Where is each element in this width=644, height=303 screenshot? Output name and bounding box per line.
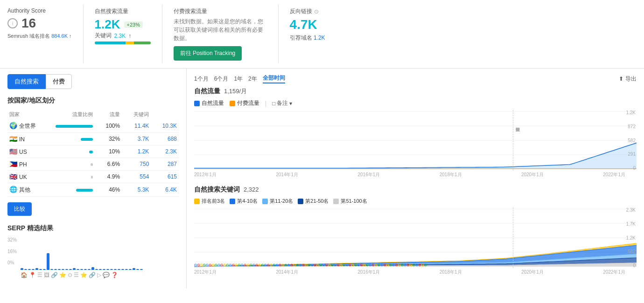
serp-bar — [91, 267, 94, 270]
serp-icon: ⭐ — [59, 272, 66, 278]
serp-bar — [114, 269, 117, 270]
export-button[interactable]: ⬆ 导出 — [619, 75, 637, 83]
serp-bar — [35, 268, 38, 270]
serp-bar — [118, 269, 120, 270]
col-traffic: 流量 — [95, 110, 122, 119]
time-filter-button[interactable]: 1年 — [234, 74, 243, 83]
serp-bar — [103, 269, 105, 270]
kw-legend-item[interactable]: 第11-20名 — [262, 198, 293, 205]
serp-bar — [80, 269, 83, 270]
serp-bar — [21, 268, 23, 270]
table-row[interactable]: 🇺🇸US 10% 1.2K 2.3K — [7, 145, 179, 158]
serp-bar — [121, 269, 124, 270]
traffic-bar — [56, 125, 93, 128]
serp-icon: 💬 — [103, 272, 110, 278]
organic-flow-chart-container: 1.2K 872 582 291 0 数据快速增长 — [194, 110, 637, 171]
kw-legend-dot — [262, 199, 268, 204]
left-panel: 自然搜索 付费 按国家/地区划分 国家 流量比例 流量 关键词 🌍全世界 100… — [0, 69, 187, 289]
traffic-bar — [89, 151, 93, 153]
bar-green — [134, 41, 151, 44]
table-row[interactable]: 🇮🇳IN 32% 3.7K 688 — [7, 133, 179, 145]
table-row[interactable]: 🌍全世界 100% 11.4K 10.3K — [7, 119, 179, 133]
keywords-x-labels: 2012年1月2014年1月2016年1月2018年1月2020年1月2022年… — [194, 269, 625, 275]
tab-paid[interactable]: 付费 — [46, 74, 72, 89]
serp-bars — [21, 242, 143, 270]
serp-bar — [84, 269, 87, 270]
time-filter-buttons: 1个月6个月1年2年全部时间 — [194, 74, 285, 83]
tab-organic[interactable]: 自然搜索 — [7, 74, 46, 89]
table-row[interactable]: 🇵🇭PH 6.6% 750 287 — [7, 158, 179, 171]
organic-traffic-badge: +23% — [124, 21, 143, 28]
backlink-info-icon[interactable]: ⊙ — [314, 8, 319, 15]
backlink-block: 反向链接 ⊙ 4.7K 引荐域名 1.2K — [290, 5, 364, 63]
organic-flow-chart-svg — [194, 110, 637, 171]
serp-bar — [129, 269, 132, 270]
legend-dot-organic — [194, 101, 200, 106]
position-tracking-button[interactable]: 前往 Position Tracking — [174, 46, 242, 61]
country-table: 国家 流量比例 流量 关键词 🌍全世界 100% 11.4K 10.3K 🇮🇳I… — [7, 110, 179, 197]
paid-traffic-label: 付费搜索流量 — [174, 7, 267, 15]
organic-y-labels: 1.2K 872 582 291 0 — [626, 110, 637, 171]
kw-legend-item[interactable]: 排名前3名 — [194, 198, 225, 205]
paid-traffic-block: 付费搜索流量 未找到数据。如果这是您的域名，您可以获取关键词排名相关的所有必要数… — [174, 5, 279, 63]
serp-icon: ⭐ — [80, 272, 87, 278]
traffic-bar-strip — [95, 41, 151, 44]
authority-score-label: Authority Score — [7, 7, 72, 14]
kw-legend-item[interactable]: 第4-10名 — [230, 198, 258, 205]
organic-traffic-label: 自然搜索流量 — [95, 7, 151, 15]
serp-bar — [88, 269, 91, 270]
legend-paid: 付费流量 — [230, 99, 259, 107]
time-filter-button[interactable]: 6个月 — [214, 74, 229, 83]
serp-bar — [65, 269, 68, 270]
serp-bar — [47, 253, 49, 270]
table-row[interactable]: 🇬🇧UK 4.9% 554 615 — [7, 171, 179, 183]
google-logo-row: GGGGGGGGGGGGGGGGGGGGGGGGGGGGGGGGGGGGGGGG… — [194, 262, 625, 268]
time-filter-button[interactable]: 2年 — [248, 74, 257, 83]
serp-title: SERP 精选结果 — [7, 224, 179, 233]
serp-bar — [69, 269, 72, 270]
country-section-title: 按国家/地区划分 — [7, 96, 179, 105]
keywords-chart-svg — [194, 207, 637, 268]
kw-legend-dot — [194, 199, 200, 204]
chart-dashed-line — [513, 110, 513, 171]
compare-button[interactable]: 比较 — [7, 202, 32, 216]
table-row[interactable]: 🌐其他 46% 5.3K 6.4K — [7, 183, 179, 197]
semrush-rank-link[interactable]: 884.6K — [51, 33, 68, 39]
kw-legend-dot — [230, 199, 235, 204]
serp-icon: ⊙ — [68, 272, 72, 278]
notes-button[interactable]: □ 备注 ▾ — [272, 99, 292, 107]
serp-icon: 🔗 — [51, 272, 58, 278]
serp-bar — [32, 269, 35, 270]
organic-traffic-block: 自然搜索流量 1.2K +23% 关键词 2.3K ↑ — [95, 5, 162, 63]
time-filter-row: 1个月6个月1年2年全部时间 ⬆ 导出 — [194, 74, 637, 83]
organic-flow-chart-section: 自然流量 1,159/月 自然流量 付费流量 | □ 备注 ▾ — [194, 87, 637, 178]
serp-icon: ❓ — [111, 272, 118, 278]
time-filter-button[interactable]: 全部时间 — [263, 74, 285, 83]
keywords-row: 关键词 2.3K ↑ — [95, 32, 151, 40]
serp-bar — [110, 269, 113, 270]
time-filter-button[interactable]: 1个月 — [194, 74, 209, 83]
referring-row: 引荐域名 1.2K — [290, 34, 353, 42]
serp-bar — [95, 269, 98, 270]
kw-legend-item[interactable]: 第21-50名 — [298, 198, 329, 205]
serp-icon: ☰ — [37, 272, 42, 278]
bar-yellow — [126, 41, 134, 44]
serp-bar — [125, 269, 128, 270]
serp-bar — [58, 269, 61, 270]
serp-icon: 🏠 — [21, 272, 28, 278]
serp-bar — [77, 269, 79, 270]
serp-icon: 🖼 — [44, 272, 49, 278]
serp-bar — [136, 269, 139, 270]
kw-legend-item[interactable]: 第51-100名 — [333, 198, 367, 205]
keywords-chart-subtitle: 2,322 — [244, 186, 259, 193]
serp-bar — [73, 268, 76, 270]
paid-no-data-text: 未找到数据。如果这是您的域名，您可以获取关键词排名相关的所有必要数据。 — [174, 17, 267, 42]
serp-bar — [24, 269, 27, 270]
legend-dot-paid — [230, 101, 235, 106]
serp-bar — [43, 269, 46, 270]
referring-domains-link[interactable]: 1.2K — [314, 34, 325, 41]
organic-x-labels: 2012年1月2014年1月2016年1月2018年1月2020年1月2022年… — [194, 172, 625, 178]
authority-info-icon[interactable]: i — [7, 18, 18, 28]
keywords-legend: 排名前3名 第4-10名 第11-20名 第21-50名 第51-100名 — [194, 198, 637, 205]
serp-bar — [99, 269, 102, 270]
